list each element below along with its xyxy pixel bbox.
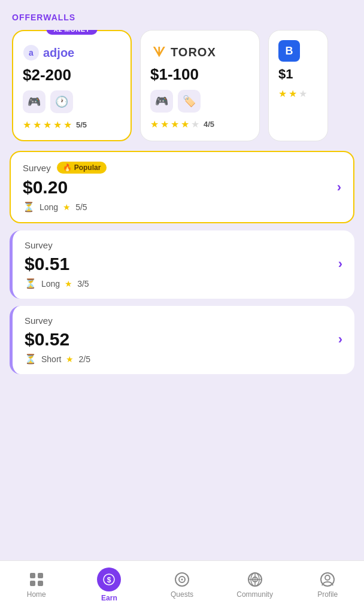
earn-icon: $ xyxy=(97,568,121,591)
popular-text: Popular xyxy=(74,163,101,172)
survey-1-label: Survey xyxy=(23,163,51,173)
tag-icon-torox: 🏷️ xyxy=(178,90,201,113)
nav-quests[interactable]: Quests xyxy=(145,571,219,599)
svg-rect-4 xyxy=(38,573,43,578)
survey-3-amount-row: $0.52 › xyxy=(25,329,342,350)
game-icon-torox: 🎮 xyxy=(150,90,173,113)
survey-2-label: Survey xyxy=(25,240,53,250)
torox-logo: ᗐ TOROX xyxy=(150,44,250,60)
svg-text:ᗐ: ᗐ xyxy=(153,45,165,60)
offerwalls-list: X2 MONEY a adjoe $2-200 🎮 🕐 ★ ★ ★ ★ ★ xyxy=(0,30,364,151)
survey-1-top: Survey 🔥 Popular xyxy=(23,162,341,174)
profile-icon xyxy=(319,571,336,588)
survey-3-top: Survey xyxy=(25,315,342,326)
nav-profile[interactable]: Profile xyxy=(291,571,364,599)
surveys-list: Survey 🔥 Popular $0.20 › ⏳ Long ★ 5/5 Su… xyxy=(0,151,364,374)
third-range: $1 xyxy=(278,66,318,82)
third-rating: ★ ★ ★ xyxy=(278,88,318,99)
x2-badge: X2 MONEY xyxy=(47,30,98,35)
torox-rating: ★ ★ ★ ★ ★ 4/5 xyxy=(150,119,250,130)
adjoe-range: $2-200 xyxy=(23,66,121,84)
hourglass-icon-2: ⏳ xyxy=(25,278,37,289)
survey-card-2[interactable]: Survey $0.51 › ⏳ Long ★ 3/5 xyxy=(10,230,354,299)
torox-logo-icon: ᗐ xyxy=(150,44,167,60)
torox-range: $1-100 xyxy=(150,65,250,84)
offerwall-third[interactable]: B $1 ★ ★ ★ xyxy=(268,30,328,141)
survey-card-1[interactable]: Survey 🔥 Popular $0.20 › ⏳ Long ★ 5/5 xyxy=(10,151,354,223)
torox-name: TOROX xyxy=(171,45,216,59)
survey-3-label: Survey xyxy=(25,315,53,326)
adjoe-logo: a adjoe xyxy=(23,44,121,61)
community-icon xyxy=(247,571,263,588)
svg-rect-3 xyxy=(30,573,35,578)
nav-earn-label: Earn xyxy=(101,594,117,602)
offerwall-adjoe[interactable]: X2 MONEY a adjoe $2-200 🎮 🕐 ★ ★ ★ ★ ★ xyxy=(12,30,132,141)
survey-2-meta: ⏳ Long ★ 3/5 xyxy=(25,278,342,289)
svg-rect-6 xyxy=(38,581,43,586)
survey-3-duration: Short xyxy=(41,354,61,364)
svg-text:a: a xyxy=(29,48,34,57)
survey-3-rating: 2/5 xyxy=(78,354,90,364)
bottom-nav: Home $ Earn Quests Community xyxy=(0,560,364,613)
nav-home[interactable]: Home xyxy=(0,571,73,599)
survey-1-chevron[interactable]: › xyxy=(337,180,341,195)
clock-icon-adjoe: 🕐 xyxy=(50,90,73,113)
fire-icon: 🔥 xyxy=(63,163,72,172)
nav-community[interactable]: Community xyxy=(219,571,292,599)
adjoe-rating-text: 5/5 xyxy=(76,120,87,129)
survey-2-top: Survey xyxy=(25,240,342,250)
main-content: OFFERWALLS X2 MONEY a adjoe $2-200 🎮 🕐 ★… xyxy=(0,0,364,434)
survey-2-rating: 3/5 xyxy=(77,279,89,289)
svg-point-11 xyxy=(181,578,183,580)
survey-1-amount: $0.20 xyxy=(23,177,68,198)
nav-community-label: Community xyxy=(236,590,273,599)
survey-3-chevron[interactable]: › xyxy=(338,332,342,347)
quests-icon xyxy=(174,571,190,588)
adjoe-icons: 🎮 🕐 xyxy=(23,90,121,113)
torox-icons: 🎮 🏷️ xyxy=(150,90,250,113)
hourglass-icon-1: ⏳ xyxy=(23,201,35,213)
survey-1-meta: ⏳ Long ★ 5/5 xyxy=(23,201,341,213)
home-icon xyxy=(28,571,45,588)
nav-profile-label: Profile xyxy=(317,590,338,599)
survey-2-amount: $0.51 xyxy=(25,254,69,274)
survey-3-amount: $0.52 xyxy=(25,329,69,350)
game-icon-adjoe: 🎮 xyxy=(23,90,46,113)
svg-rect-5 xyxy=(30,581,35,586)
nav-earn[interactable]: $ Earn xyxy=(73,568,146,602)
survey-3-meta: ⏳ Short ★ 2/5 xyxy=(25,353,342,365)
nav-home-label: Home xyxy=(27,590,46,599)
adjoe-name: adjoe xyxy=(43,46,74,60)
section-title: OFFERWALLS xyxy=(12,13,75,22)
svg-point-18 xyxy=(325,575,330,580)
adjoe-logo-icon: a xyxy=(23,44,40,61)
header: OFFERWALLS xyxy=(0,0,364,30)
popular-badge: 🔥 Popular xyxy=(57,162,107,174)
offerwall-torox[interactable]: ᗐ TOROX $1-100 🎮 🏷️ ★ ★ ★ ★ ★ 4/5 xyxy=(140,30,260,141)
adjoe-rating: ★ ★ ★ ★ ★ 5/5 xyxy=(23,119,121,131)
survey-2-amount-row: $0.51 › xyxy=(25,254,342,274)
svg-text:$: $ xyxy=(107,576,111,584)
survey-card-3[interactable]: Survey $0.52 › ⏳ Short ★ 2/5 xyxy=(10,306,354,374)
survey-2-chevron[interactable]: › xyxy=(338,256,342,272)
survey-1-duration: Long xyxy=(40,202,58,212)
third-logo-icon: B xyxy=(278,40,300,62)
nav-quests-label: Quests xyxy=(171,590,193,599)
hourglass-icon-3: ⏳ xyxy=(25,353,37,365)
survey-1-rating: 5/5 xyxy=(75,202,87,212)
survey-1-amount-row: $0.20 › xyxy=(23,177,341,198)
torox-rating-text: 4/5 xyxy=(204,120,214,129)
survey-2-duration: Long xyxy=(41,279,60,289)
